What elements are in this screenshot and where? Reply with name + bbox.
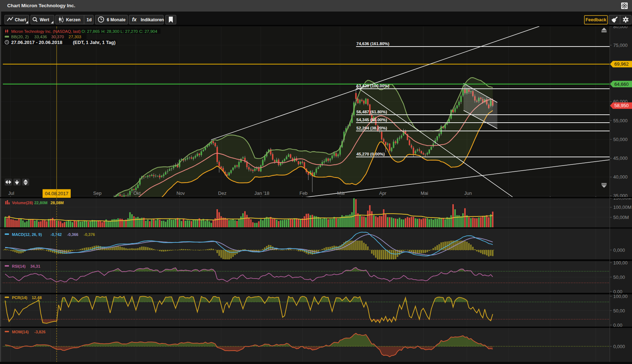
svg-text:56,487 (61.80%): 56,487 (61.80%): [356, 110, 387, 114]
svg-text:Volume(28): Volume(28): [12, 201, 33, 205]
svg-text:33,436: 33,436: [34, 35, 47, 39]
svg-text:100,00: 100,00: [613, 260, 628, 266]
svg-text:74,636 (161.80%): 74,636 (161.80%): [356, 41, 390, 46]
svg-text:Mär: Mär: [337, 190, 346, 196]
svg-text:L: 27,270: L: 27,270: [120, 29, 138, 34]
svg-text:50,000: 50,000: [613, 137, 628, 142]
svg-text:Sep: Sep: [93, 190, 101, 196]
svg-text:fx: fx: [132, 17, 137, 22]
svg-text:Wert: Wert: [40, 17, 49, 22]
svg-text:-0,376: -0,376: [84, 232, 95, 237]
svg-text:30,370: 30,370: [51, 35, 64, 39]
svg-text:Apr: Apr: [379, 190, 387, 196]
svg-text:Nov: Nov: [176, 190, 185, 196]
svg-text:52,204 (38.20%): 52,204 (38.20%): [356, 126, 387, 130]
svg-text:-0,742: -0,742: [51, 232, 62, 237]
svg-text:RSI(14): RSI(14): [12, 264, 26, 268]
svg-text:Chart: Chart: [15, 17, 26, 22]
svg-text:50,00: 50,00: [613, 275, 625, 280]
svg-text:H: 28,300: H: 28,300: [101, 29, 119, 34]
svg-text:Kerzen: Kerzen: [66, 17, 80, 22]
svg-text:Feb: Feb: [299, 190, 307, 196]
svg-text:50,00: 50,00: [613, 308, 625, 313]
svg-text:Dez: Dez: [218, 190, 227, 196]
svg-text:58,950: 58,950: [614, 103, 629, 108]
svg-text:34,31: 34,31: [30, 264, 40, 268]
svg-text:75,000: 75,000: [613, 43, 628, 48]
svg-text:63,420 (100.00%): 63,420 (100.00%): [356, 84, 390, 88]
svg-text:27,303: 27,303: [69, 35, 81, 39]
svg-text:MOM(14): MOM(14): [12, 330, 29, 334]
svg-text:Micron Technology Inc. (NASDAQ: Micron Technology Inc. (NASDAQ, last): [11, 29, 80, 34]
svg-text:PCR(14): PCR(14): [12, 295, 27, 300]
svg-text:Indikatoren: Indikatoren: [141, 17, 164, 22]
svg-text:BB(20, 2): BB(20, 2): [11, 35, 29, 39]
svg-text:45,000: 45,000: [613, 155, 628, 161]
svg-text:64,660: 64,660: [614, 82, 629, 87]
svg-text:-3,826: -3,826: [34, 330, 45, 334]
svg-text:55,000: 55,000: [613, 118, 628, 123]
svg-text:28,08M: 28,08M: [51, 201, 64, 205]
svg-text:45,270 (0.00%): 45,270 (0.00%): [356, 152, 385, 156]
svg-text:Jun: Jun: [464, 190, 472, 196]
svg-text:54,345 (50.00%): 54,345 (50.00%): [356, 118, 387, 122]
svg-text:Mai: Mai: [421, 190, 428, 196]
svg-text:80,000: 80,000: [613, 26, 628, 29]
svg-text:0,000: 0,000: [613, 344, 625, 349]
svg-text:22,80M: 22,80M: [34, 201, 48, 205]
svg-text:40,000: 40,000: [613, 174, 628, 180]
svg-text:1d: 1d: [87, 17, 92, 22]
svg-text:-0,366: -0,366: [67, 232, 78, 237]
svg-text:6 Monate: 6 Monate: [107, 17, 126, 22]
svg-text:100,00M: 100,00M: [613, 205, 632, 210]
svg-text:12,48: 12,48: [32, 295, 42, 300]
svg-text:O: 27,865: O: 27,865: [82, 29, 100, 34]
svg-text:Jul: Jul: [8, 190, 14, 196]
svg-text:50,00M: 50,00M: [613, 215, 629, 220]
svg-text:27.06.2017 - 20.06.2018: 27.06.2017 - 20.06.2018: [11, 40, 62, 45]
svg-text:0,000: 0,000: [613, 247, 625, 253]
svg-text:69,962: 69,962: [614, 61, 629, 67]
svg-text:100,00: 100,00: [613, 294, 628, 299]
svg-text:Okt: Okt: [133, 190, 141, 196]
svg-text:MACD(12, 26, 9): MACD(12, 26, 9): [12, 232, 42, 237]
svg-text:Jan '18: Jan '18: [254, 190, 269, 196]
svg-text:04.08.2017: 04.08.2017: [45, 191, 68, 196]
svg-text:Feedback: Feedback: [585, 17, 606, 22]
svg-text:C: 27,904: C: 27,904: [139, 29, 157, 34]
svg-text:0.00: 0.00: [613, 323, 622, 328]
svg-text:(EDT, 1 Jahr, 1 Tag): (EDT, 1 Jahr, 1 Tag): [73, 40, 115, 45]
